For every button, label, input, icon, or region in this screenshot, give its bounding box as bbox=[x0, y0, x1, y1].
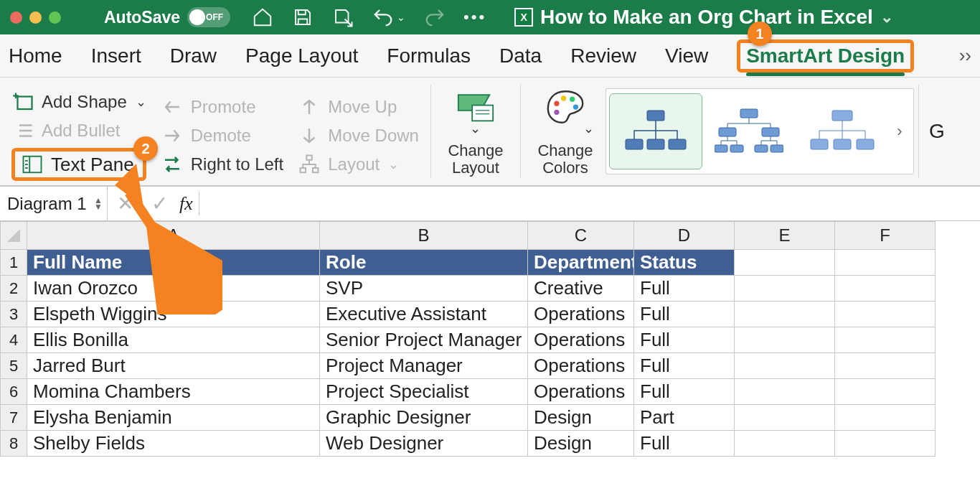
add-shape-button[interactable]: Add Shape ⌄ bbox=[11, 90, 146, 113]
col-header[interactable]: D bbox=[634, 221, 735, 250]
save-as-icon[interactable] bbox=[332, 6, 354, 28]
tab-smartart-design[interactable]: SmartArt Design bbox=[746, 45, 905, 67]
svg-rect-35 bbox=[811, 139, 828, 149]
cell[interactable]: Operations bbox=[528, 353, 634, 379]
tab-page-layout[interactable]: Page Layout bbox=[245, 45, 358, 67]
text-pane-button[interactable]: Text Pane bbox=[11, 148, 146, 181]
cell[interactable] bbox=[735, 405, 835, 431]
cell[interactable] bbox=[735, 302, 835, 327]
name-box[interactable]: Diagram 1 ▲▼ bbox=[0, 187, 108, 220]
col-header[interactable]: C bbox=[528, 221, 634, 250]
tab-formulas[interactable]: Formulas bbox=[387, 45, 471, 67]
cell[interactable] bbox=[735, 327, 835, 353]
row-header[interactable]: 4 bbox=[0, 327, 27, 353]
cell[interactable] bbox=[735, 431, 835, 457]
spreadsheet-grid[interactable]: 1 2 3 4 5 6 7 8 A B C D E F Full Name Ro… bbox=[0, 221, 980, 457]
chevron-down-icon: ⌄ bbox=[470, 121, 481, 136]
cell[interactable]: Senior Project Manager bbox=[320, 327, 528, 353]
close-window-icon[interactable] bbox=[10, 11, 22, 24]
cell[interactable]: Department bbox=[528, 250, 634, 276]
cell[interactable]: Operations bbox=[528, 379, 634, 405]
layout-option-1[interactable] bbox=[609, 93, 702, 169]
cell[interactable]: Project Specialist bbox=[320, 379, 528, 405]
cell[interactable] bbox=[735, 250, 835, 276]
cell[interactable] bbox=[835, 431, 936, 457]
cell[interactable]: Operations bbox=[528, 302, 634, 327]
cell[interactable] bbox=[835, 379, 936, 405]
cell[interactable] bbox=[835, 327, 936, 353]
cell[interactable]: Elspeth Wiggins bbox=[27, 302, 320, 327]
tab-draw[interactable]: Draw bbox=[170, 45, 217, 67]
cell[interactable]: Ellis Bonilla bbox=[27, 327, 320, 353]
undo-icon[interactable]: ⌄ bbox=[372, 6, 405, 28]
home-icon[interactable] bbox=[252, 6, 273, 28]
minimize-window-icon[interactable] bbox=[29, 11, 42, 24]
cell[interactable]: Momina Chambers bbox=[27, 379, 320, 405]
cell[interactable]: SVP bbox=[320, 276, 528, 302]
cell[interactable]: Full bbox=[634, 302, 735, 327]
name-box-stepper[interactable]: ▲▼ bbox=[94, 197, 103, 210]
layout-option-3[interactable] bbox=[796, 93, 889, 169]
cell[interactable]: Jarred Burt bbox=[27, 353, 320, 379]
cell[interactable]: Design bbox=[528, 405, 634, 431]
tab-data[interactable]: Data bbox=[499, 45, 542, 67]
cell[interactable]: Status bbox=[634, 250, 735, 276]
tab-review[interactable]: Review bbox=[570, 45, 636, 67]
tab-insert[interactable]: Insert bbox=[91, 45, 141, 67]
change-layout-button[interactable]: ⌄ Change Layout bbox=[435, 83, 516, 179]
select-all-corner[interactable] bbox=[0, 221, 27, 250]
document-title[interactable]: X How to Make an Org Chart in Excel ⌄ bbox=[514, 6, 893, 29]
row-header[interactable]: 6 bbox=[0, 379, 27, 405]
more-icon[interactable]: ••• bbox=[464, 6, 486, 28]
save-icon[interactable] bbox=[292, 6, 314, 28]
zoom-window-icon[interactable] bbox=[49, 11, 61, 24]
cell[interactable]: Full bbox=[634, 379, 735, 405]
cell[interactable]: Executive Assistant bbox=[320, 302, 528, 327]
row-header[interactable]: 7 bbox=[0, 405, 27, 431]
layout-gallery[interactable]: › bbox=[606, 88, 914, 174]
cell[interactable]: Graphic Designer bbox=[320, 405, 528, 431]
row-header[interactable]: 5 bbox=[0, 353, 27, 379]
cell[interactable]: Shelby Fields bbox=[27, 431, 320, 457]
cell[interactable] bbox=[735, 276, 835, 302]
cell[interactable] bbox=[735, 353, 835, 379]
col-header[interactable]: A bbox=[27, 221, 320, 250]
gallery-next-icon[interactable]: › bbox=[889, 122, 910, 141]
cell[interactable]: Elysha Benjamin bbox=[27, 405, 320, 431]
cell[interactable] bbox=[835, 276, 936, 302]
cell[interactable] bbox=[835, 353, 936, 379]
cell[interactable] bbox=[835, 302, 936, 327]
layout-option-2[interactable] bbox=[702, 93, 796, 169]
change-colors-button[interactable]: ⌄ Change Colors bbox=[525, 83, 606, 179]
cell[interactable]: Operations bbox=[528, 327, 634, 353]
tab-home[interactable]: Home bbox=[9, 45, 62, 67]
cell[interactable]: Full bbox=[634, 276, 735, 302]
cell[interactable]: Design bbox=[528, 431, 634, 457]
cell[interactable]: Project Manager bbox=[320, 353, 528, 379]
row-header[interactable]: 3 bbox=[0, 302, 27, 327]
autosave-toggle[interactable]: AutoSave OFF bbox=[104, 7, 230, 27]
cell[interactable]: Full bbox=[634, 327, 735, 353]
cell[interactable] bbox=[835, 250, 936, 276]
cell[interactable]: Iwan Orozco bbox=[27, 276, 320, 302]
autosave-switch[interactable]: OFF bbox=[187, 7, 230, 27]
cell[interactable]: Creative bbox=[528, 276, 634, 302]
row-header[interactable]: 8 bbox=[0, 431, 27, 457]
cell[interactable]: Full Name bbox=[27, 250, 320, 276]
cell[interactable]: Web Designer bbox=[320, 431, 528, 457]
more-tabs-icon[interactable]: ›› bbox=[959, 45, 971, 67]
row-header[interactable]: 2 bbox=[0, 276, 27, 302]
cell[interactable]: Full bbox=[634, 431, 735, 457]
cell[interactable]: Role bbox=[320, 250, 528, 276]
cell[interactable] bbox=[735, 379, 835, 405]
fx-label[interactable]: fx bbox=[179, 193, 193, 215]
col-header[interactable]: E bbox=[735, 221, 835, 250]
tab-view[interactable]: View bbox=[665, 45, 708, 67]
cell[interactable]: Full bbox=[634, 353, 735, 379]
col-header[interactable]: B bbox=[320, 221, 528, 250]
right-to-left-button[interactable]: Right to Left bbox=[161, 153, 283, 176]
cell[interactable]: Part bbox=[634, 405, 735, 431]
cell[interactable] bbox=[835, 405, 936, 431]
col-header[interactable]: F bbox=[835, 221, 936, 250]
row-header[interactable]: 1 bbox=[0, 250, 27, 276]
